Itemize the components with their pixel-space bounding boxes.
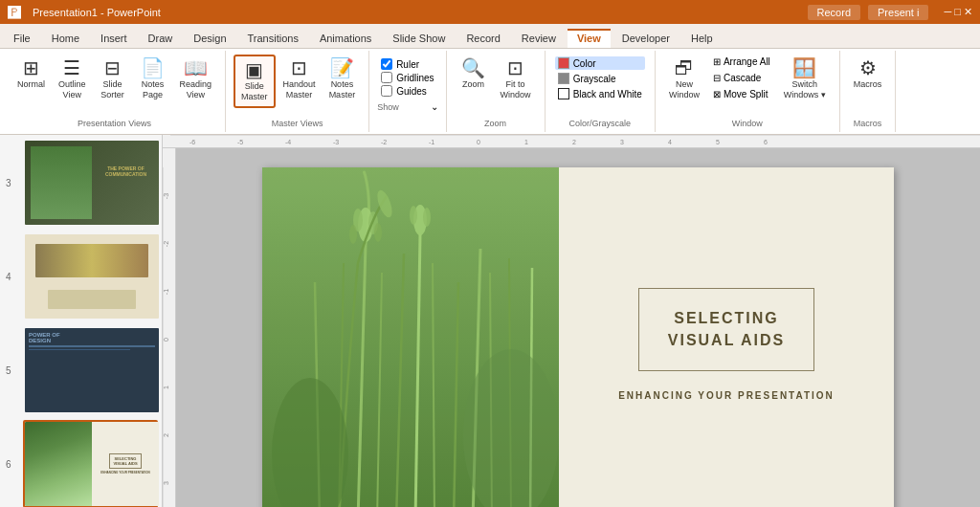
record-button[interactable]: Record (808, 5, 860, 20)
tab-view[interactable]: View (568, 29, 611, 48)
fit-window-button[interactable]: ⊡ Fit toWindow (495, 55, 537, 104)
show-items: Ruler Gridlines Guides (377, 55, 437, 100)
slide-wrapper-5: 5 POWER OFDESIGN (23, 326, 158, 414)
notes-master-button[interactable]: 📝 NotesMaster (323, 55, 362, 104)
reading-view-label: ReadingView (180, 79, 212, 100)
color-option-grayscale[interactable]: Grayscale (555, 72, 645, 85)
canvas-scroll[interactable]: SELECTINGVISUAL AIDS ENHANCING YOUR PRES… (176, 148, 980, 507)
tab-developer[interactable]: Developer (612, 29, 679, 48)
outline-view-button[interactable]: ☰ OutlineView (53, 55, 92, 104)
switch-windows-button[interactable]: 🪟 SwitchWindows ▾ (778, 55, 832, 104)
fit-window-icon: ⊡ (507, 58, 523, 77)
svg-text:-3: -3 (333, 139, 339, 145)
title-bar: 🅿 Presentation1 - PowerPoint Record Pres… (0, 0, 980, 24)
slide-thumbnail-6[interactable]: SELECTINGVISUAL AIDS ENHANCING YOUR PRES… (23, 420, 158, 507)
color-option-black-white[interactable]: Black and White (555, 87, 645, 100)
window-controls: ─ □ ✕ (944, 6, 972, 18)
svg-text:-2: -2 (381, 139, 387, 145)
arrange-all-button[interactable]: ⊞ Arrange All (709, 55, 774, 69)
zoom-button[interactable]: 🔍 Zoom (455, 55, 493, 94)
svg-text:1: 1 (524, 139, 528, 145)
guides-check[interactable]: Guides (381, 85, 434, 97)
file-name: Presentation1 - PowerPoint (33, 7, 161, 18)
cascade-button[interactable]: ⊟ Cascade (709, 71, 774, 85)
normal-button[interactable]: ⊞ Normal (11, 55, 51, 94)
horizontal-ruler: -6 -5 -4 -3 -2 -1 0 1 2 3 4 5 6 (163, 135, 980, 148)
zoom-group-label: Zoom (484, 117, 506, 128)
window-group: 🗗 NewWindow ⊞ Arrange All ⊟ Cascade ⊠ Mo… (656, 51, 840, 132)
macros-button[interactable]: ⚙ Macros (848, 55, 888, 94)
window-stacked-buttons: ⊞ Arrange All ⊟ Cascade ⊠ Move Split (709, 55, 774, 101)
slide-thumbnail-4[interactable] (23, 232, 158, 320)
gridlines-check[interactable]: Gridlines (381, 72, 434, 83)
master-views-label: Master Views (272, 117, 323, 128)
new-window-label: NewWindow (669, 79, 700, 100)
tab-animations[interactable]: Animations (310, 29, 381, 48)
present-button[interactable]: Present i (868, 5, 928, 20)
slide-master-button[interactable]: ▣ SlideMaster (234, 55, 276, 108)
grayscale-label: Grayscale (573, 74, 616, 84)
notes-page-button[interactable]: 📄 NotesPage (134, 55, 172, 104)
svg-text:-1: -1 (429, 139, 434, 145)
slide-subtitle: ENHANCING YOUR PRESENTATION (618, 390, 835, 401)
reading-view-button[interactable]: 📖 ReadingView (174, 55, 218, 104)
handout-master-button[interactable]: ⊡ HandoutMaster (278, 55, 322, 104)
tab-file[interactable]: File (4, 29, 40, 48)
slide-thumb-content-5: POWER OFDESIGN (25, 328, 159, 412)
svg-text:1: 1 (163, 386, 169, 389)
ruler-checkbox[interactable] (381, 58, 392, 70)
color-option-color[interactable]: Color (555, 56, 645, 70)
slide-sorter-icon: ⊟ (104, 58, 121, 77)
tab-draw[interactable]: Draw (139, 29, 183, 48)
ruler-svg: -6 -5 -4 -3 -2 -1 0 1 2 3 4 5 6 (170, 135, 980, 148)
tab-help[interactable]: Help (681, 29, 723, 48)
zoom-icon: 🔍 (461, 58, 485, 77)
slide-thumb-inner-5: POWER OFDESIGN (25, 328, 159, 412)
tab-home[interactable]: Home (42, 29, 89, 48)
slide-sorter-button[interactable]: ⊟ SlideSorter (94, 55, 132, 104)
window-group-label: Window (732, 117, 763, 128)
new-window-button[interactable]: 🗗 NewWindow (663, 55, 705, 104)
ruler-check[interactable]: Ruler (381, 58, 434, 70)
slide-thumb-inner-6: SELECTINGVISUAL AIDS ENHANCING YOUR PRES… (25, 422, 159, 506)
svg-text:-4: -4 (285, 139, 291, 145)
svg-text:0: 0 (163, 338, 169, 342)
slide-thumbnail-3[interactable]: THE POWER OF COMMUNICATION (23, 139, 158, 227)
guides-checkbox[interactable] (381, 85, 392, 97)
notes-page-label: NotesPage (142, 79, 165, 100)
presentation-views-items: ⊞ Normal ☰ OutlineView ⊟ SlideSorter 📄 N… (11, 55, 217, 117)
tab-record[interactable]: Record (457, 29, 509, 48)
show-expand-icon[interactable]: ⌄ (431, 101, 438, 112)
gridlines-label: Gridlines (396, 73, 434, 83)
svg-text:-1: -1 (163, 289, 169, 295)
svg-text:-6: -6 (189, 139, 195, 145)
macros-items: ⚙ Macros (848, 55, 888, 117)
slide-text-area: SELECTINGVISUAL AIDS ENHANCING YOUR PRES… (559, 167, 894, 507)
slide-master-label: SlideMaster (241, 81, 268, 102)
new-window-icon: 🗗 (675, 58, 694, 77)
master-views-items: ▣ SlideMaster ⊡ HandoutMaster 📝 NotesMas… (234, 55, 361, 117)
gridlines-checkbox[interactable] (381, 72, 392, 83)
slide-thumbnail-5[interactable]: POWER OFDESIGN (23, 326, 158, 414)
grayscale-swatch (558, 73, 569, 84)
slide-num-4: 4 (6, 272, 11, 282)
ruler-label: Ruler (396, 59, 419, 70)
slide-panel-inner: 3 THE POWER OF COMMUNICATION 4 (4, 139, 158, 507)
zoom-group: 🔍 Zoom ⊡ Fit toWindow Zoom (447, 51, 546, 132)
tab-review[interactable]: Review (512, 29, 566, 48)
tab-design[interactable]: Design (184, 29, 235, 48)
move-split-icon: ⊠ (713, 89, 721, 99)
color-grayscale-group: Color Grayscale Black and White Color/Gr… (546, 51, 656, 132)
macros-group: ⚙ Macros Macros (840, 51, 897, 132)
slide-num-6: 6 (6, 459, 11, 470)
svg-text:3: 3 (163, 481, 169, 485)
canvas-area: -6 -5 -4 -3 -2 -1 0 1 2 3 4 5 6 -3 (163, 135, 980, 507)
tab-slide-show[interactable]: Slide Show (383, 29, 455, 48)
tab-insert[interactable]: Insert (91, 29, 137, 48)
tab-transitions[interactable]: Transitions (238, 29, 308, 48)
arrange-all-label: Arrange All (724, 56, 770, 67)
move-split-button[interactable]: ⊠ Move Split (709, 87, 774, 101)
window-items: 🗗 NewWindow ⊞ Arrange All ⊟ Cascade ⊠ Mo… (663, 55, 832, 117)
svg-text:2: 2 (163, 433, 169, 437)
notes-master-label: NotesMaster (329, 79, 356, 100)
